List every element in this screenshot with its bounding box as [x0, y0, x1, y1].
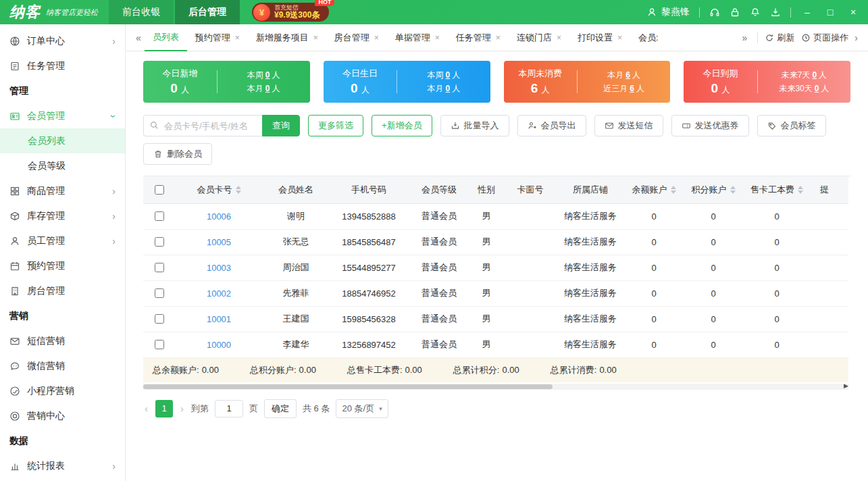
table-header-row: 会员卡号 会员姓名 手机号码 会员等级 性别 卡面号 所属店铺 余额账户 积分账… [143, 176, 848, 203]
tab-print-settings[interactable]: 打印设置 × [569, 24, 630, 51]
page-operations-button[interactable]: 页面操作 › [801, 32, 861, 44]
refresh-button[interactable]: 刷新 [765, 32, 794, 44]
goto-page-input[interactable] [215, 400, 243, 417]
sort-icon[interactable] [730, 186, 736, 194]
scrollbar-thumb[interactable] [143, 384, 553, 389]
member-export-button[interactable]: 会员导出 [517, 115, 586, 136]
tab-close-icon[interactable]: × [496, 33, 501, 43]
member-card-no-link[interactable]: 10005 [207, 237, 231, 247]
headset-icon[interactable] [709, 7, 720, 18]
tab-close-icon[interactable]: × [557, 33, 561, 43]
member-card-no-link[interactable]: 10002 [207, 288, 231, 299]
stat-sub-link[interactable]: 0 [265, 70, 270, 80]
row-checkbox[interactable] [155, 211, 164, 221]
table-row[interactable]: 10001 王建国 15985456328 普通会员 男 纳客生活服务 0 0 … [143, 306, 848, 332]
search-button[interactable]: 查询 [262, 115, 300, 136]
table-row[interactable]: 10005 张无忌 18545856487 普通会员 男 纳客生活服务 0 0 … [143, 229, 848, 255]
prev-page-button[interactable]: ‹ [143, 403, 149, 414]
member-card-fee: 0 [743, 332, 811, 357]
search-input[interactable] [143, 115, 262, 136]
member-card-fee: 0 [743, 229, 811, 255]
tab-room[interactable]: 房台管理 × [326, 24, 387, 51]
send-sms-button[interactable]: 发送短信 [594, 115, 663, 136]
tab-chain-store[interactable]: 连锁门店 × [509, 24, 569, 51]
sidebar-item-room[interactable]: 房台管理 [0, 278, 125, 303]
send-coupon-button[interactable]: 发送优惠券 [671, 115, 749, 136]
stat-sub-link[interactable]: 6 [626, 70, 630, 80]
stat-sub-link[interactable]: 0 [265, 84, 270, 93]
sidebar-item-goods[interactable]: 商品管理 › [0, 178, 125, 203]
add-member-button[interactable]: +新增会员 [372, 115, 432, 136]
tab-close-icon[interactable]: × [435, 33, 440, 43]
stat-sub-link[interactable]: 0 [446, 70, 451, 80]
sidebar-item-member-management[interactable]: 会员管理 › [0, 103, 125, 128]
next-page-button[interactable]: › [179, 403, 185, 414]
row-checkbox[interactable] [155, 288, 164, 298]
sidebar-item-appointment[interactable]: 预约管理 [0, 253, 125, 278]
member-tag-button[interactable]: 会员标签 [757, 115, 826, 136]
sidebar-item-staff[interactable]: 员工管理 › [0, 228, 125, 253]
horizontal-scrollbar[interactable]: ▶ [143, 384, 848, 390]
user-menu[interactable]: 黎燕锋 [646, 6, 690, 18]
stat-sub-link[interactable]: 6 [630, 84, 634, 93]
tab-receipt[interactable]: 单据管理 × [387, 24, 448, 51]
member-card-no-link[interactable]: 10003 [207, 263, 231, 273]
bell-icon[interactable] [750, 7, 761, 18]
sidebar-item-member-list[interactable]: 会员列表 [0, 128, 125, 153]
batch-import-button[interactable]: 批量导入 [440, 115, 509, 136]
member-card-no-link[interactable]: 10000 [207, 340, 231, 350]
sidebar-item-report[interactable]: 统计报表 › [0, 453, 125, 478]
stat-sub-link[interactable]: 0 [446, 84, 451, 93]
scroll-right-arrow[interactable]: ▶ [844, 382, 848, 389]
sidebar-item-sms-marketing[interactable]: 短信营销 [0, 328, 125, 353]
tabs-scroll-left[interactable]: « [132, 32, 145, 43]
stat-sub-link[interactable]: 0 [815, 84, 819, 93]
row-checkbox[interactable] [155, 340, 164, 349]
sort-icon[interactable] [236, 186, 241, 194]
row-checkbox[interactable] [155, 237, 164, 247]
select-all-checkbox[interactable] [155, 185, 164, 195]
download-icon[interactable] [770, 7, 781, 18]
table-row[interactable]: 10002 先雅菲 18854746952 普通会员 男 纳客生活服务 0 0 … [143, 280, 848, 306]
tab-member-list[interactable]: 员列表 [145, 24, 187, 51]
sidebar-item-member-level[interactable]: 会员等级 [0, 153, 125, 178]
sort-icon[interactable] [671, 186, 676, 194]
delete-member-button[interactable]: 删除会员 [143, 143, 212, 165]
tab-close-icon[interactable]: × [235, 33, 240, 43]
sidebar-item-marketing-center[interactable]: 营销中心 [0, 403, 125, 428]
member-card-no-link[interactable]: 10006 [207, 211, 231, 222]
sidebar-item-miniprogram-marketing[interactable]: 小程序营销 [0, 378, 125, 403]
sidebar-item-inventory[interactable]: 库存管理 › [0, 203, 125, 228]
tab-task[interactable]: 任务管理 × [448, 24, 509, 51]
nav-tab-frontdesk[interactable]: 前台收银 [109, 0, 174, 24]
tab-appointment[interactable]: 预约管理 × [187, 24, 248, 51]
tab-close-icon[interactable]: × [617, 33, 622, 43]
tab-member-partial[interactable]: 会员: [630, 24, 667, 51]
promo-banner[interactable]: ¥ 首充短信 ¥9.9送300条 HOT [252, 3, 329, 22]
sidebar-item-task[interactable]: 任务管理 [0, 53, 125, 78]
page-size-select[interactable]: 20 条/页 ▾ [336, 399, 388, 418]
row-checkbox[interactable] [155, 263, 164, 272]
minimize-button[interactable]: – [800, 7, 814, 18]
tab-new-service[interactable]: 新增服务项目 × [248, 24, 326, 51]
tab-close-icon[interactable]: × [374, 33, 379, 43]
lock-icon[interactable] [730, 7, 740, 18]
sidebar-item-order-center[interactable]: 订单中心 › [0, 28, 125, 53]
confirm-button[interactable]: 确定 [264, 399, 297, 418]
member-cutoff [811, 280, 848, 306]
tab-close-icon[interactable]: × [313, 33, 318, 43]
sidebar-item-wechat-marketing[interactable]: 微信营销 [0, 353, 125, 378]
sort-icon[interactable] [798, 186, 803, 194]
table-row[interactable]: 10006 谢明 13945852888 普通会员 男 纳客生活服务 0 0 0 [143, 203, 848, 229]
stat-sub-link[interactable]: 0 [812, 70, 817, 80]
nav-tab-backoffice[interactable]: 后台管理 [175, 0, 240, 24]
tabs-scroll-right[interactable]: » [739, 32, 751, 43]
close-button[interactable]: × [846, 7, 860, 18]
maximize-button[interactable]: □ [823, 7, 837, 18]
table-row[interactable]: 10003 周治国 15544895277 普通会员 男 纳客生活服务 0 0 … [143, 255, 848, 280]
row-checkbox[interactable] [155, 314, 164, 324]
member-card-no-link[interactable]: 10001 [207, 314, 231, 324]
table-row[interactable]: 10000 李建华 13256897452 普通会员 男 纳客生活服务 0 0 … [143, 332, 848, 357]
more-filter-button[interactable]: 更多筛选 [308, 115, 363, 136]
page-1-button[interactable]: 1 [155, 400, 173, 417]
